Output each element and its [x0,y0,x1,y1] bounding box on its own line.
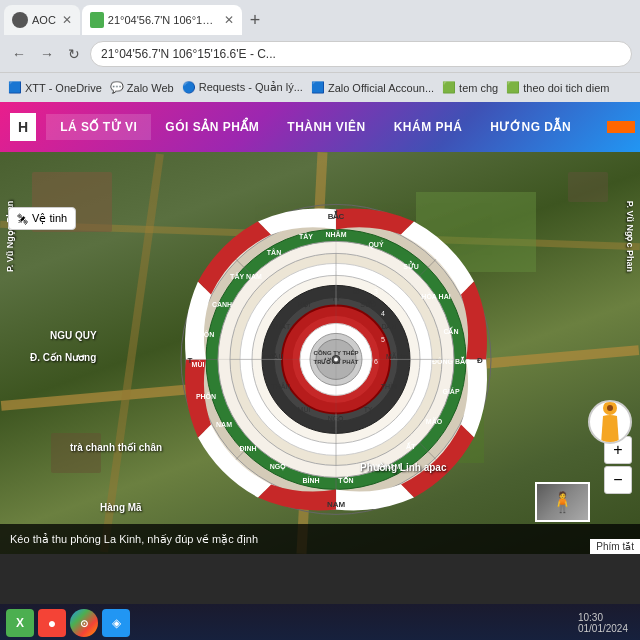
svg-text:360: 360 [331,286,342,292]
browser-chrome: AOC ✕ 21°04'56.7'N 106°15'16.6'E - C... … [0,0,640,102]
tab-close-aoc[interactable]: ✕ [62,13,72,27]
svg-text:NAM: NAM [216,421,232,428]
tab-title-maps: 21°04'56.7'N 106°15'16.6'E - C... [108,14,218,26]
bookmark-zalo-official[interactable]: 🟦 Zalo Official Accoun... [311,81,434,94]
svg-text:NGỌ: NGỌ [270,463,287,471]
bookmark-icon-tem: 🟩 [442,81,456,94]
building-3 [568,172,608,202]
nav-cta[interactable] [607,121,635,133]
svg-text:4: 4 [381,310,385,317]
satellite-toggle-button[interactable]: 🛰 Vệ tinh [8,207,76,230]
svg-text:TÂY: TÂY [299,232,313,240]
back-button[interactable]: ← [8,44,30,64]
map-label-tra-chanh: trà chanh thối chân [70,442,162,453]
taskbar-time: 10:30 01/01/2024 [578,612,628,634]
bookmark-theo-doi[interactable]: 🟩 theo doi tich diem [506,81,609,94]
tab-bar: AOC ✕ 21°04'56.7'N 106°15'16.6'E - C... … [0,0,640,36]
refresh-button[interactable]: ↻ [64,44,84,64]
thumbnail-img: 🧍 [537,484,588,520]
svg-text:ĐINH: ĐINH [239,445,256,452]
svg-text:PHÔN: PHÔN [196,392,216,400]
svg-text:ĐÔNG BẮC: ĐÔNG BẮC [432,356,470,365]
satellite-icon: 🛰 [17,213,28,225]
bookmark-icon-xtt: 🟦 [8,81,22,94]
compass-wheel[interactable]: CÔNG TY THÉP TRƯỜNG PHÁT BẮC NAM Đ T NHÂ… [176,199,496,519]
nav-items: LÁ SỐ TỬ VI GÓI SẢN PHẨM THÀNH VIÊN KHÁM… [46,114,607,140]
svg-text:TỐN: TỐN [338,475,353,484]
svg-text:KHÔN: KHÔN [194,330,215,338]
thumbnail-person-icon: 🧍 [550,490,575,514]
bookmark-label-zalo: Zalo Web [127,82,174,94]
bookmark-label-requests: Requests - Quản lý... [199,81,303,94]
svg-text:MÙI: MÙI [192,360,205,368]
svg-text:CANH: CANH [212,301,232,308]
svg-text:QUÝ: QUÝ [368,240,384,249]
tab-maps[interactable]: 21°04'56.7'N 106°15'16.6'E - C... ✕ [82,5,242,35]
svg-text:20: 20 [353,289,360,295]
svg-text:HÒA HAI: HÒA HAI [421,292,450,300]
taskbar-excel-icon: X [16,616,24,630]
bookmark-requests[interactable]: 🔵 Requests - Quản lý... [182,81,303,94]
tab-title-aoc: AOC [32,14,56,26]
nav-bar: H LÁ SỐ TỬ VI GÓI SẢN PHẨM THÀNH VIÊN KH… [0,102,640,152]
svg-text:MÙI: MÙI [298,405,311,413]
taskbar: X ● ⊙ ◈ 10:30 01/01/2024 [0,604,640,640]
tab-close-maps[interactable]: ✕ [224,13,234,27]
svg-text:ẤT: ẤT [406,441,416,450]
nav-logo: H [10,113,36,141]
phim-tat-button[interactable]: Phím tắt [590,539,640,554]
svg-text:TỴ: TỴ [364,406,373,414]
svg-text:HỢI: HỢI [298,301,311,309]
compass-svg: CÔNG TY THÉP TRƯỜNG PHÁT BẮC NAM Đ T NHÂ… [176,199,496,519]
nav-item-goi-san-pham[interactable]: GÓI SẢN PHẨM [151,114,273,140]
address-text: 21°04'56.7'N 106°15'16.6'E - C... [101,47,276,61]
street-view-button[interactable] [588,400,632,444]
bookmark-icon-zalo: 💬 [110,81,124,94]
svg-point-84 [607,405,613,411]
bookmark-icon-theo: 🟩 [506,81,520,94]
nav-item-kham-pha[interactable]: KHÁM PHÁ [380,114,477,140]
map-label-con-nuong: Đ. Cốn Nương [30,352,96,363]
svg-text:DẦN: DẦN [381,322,396,330]
svg-text:BÍNH: BÍNH [302,476,319,484]
tab-aoc[interactable]: AOC ✕ [4,5,80,35]
svg-text:TUẤT: TUẤT [272,322,291,330]
svg-point-78 [334,357,338,361]
svg-text:CẤN: CẤN [443,326,458,335]
bookmark-tem[interactable]: 🟩 tem chg [442,81,498,94]
bookmark-xtt[interactable]: 🟦 XTT - OneDrive [8,81,102,94]
map-label-ngu-quy: NGU QUY [50,330,97,341]
zoom-controls: + − [604,436,632,494]
map-label-vu-ngoc-phan-right: P. Vũ Ngọc Phan [625,201,635,272]
taskbar-app-blue[interactable]: ◈ [102,609,130,637]
tooltip-text: Kéo thả thu phóng La Kinh, nhấy đúp về m… [10,533,258,546]
svg-text:Đ: Đ [477,356,483,365]
zoom-out-button[interactable]: − [604,466,632,494]
svg-text:2: 2 [357,271,361,278]
street-view-icon [595,400,625,444]
svg-text:180: 180 [331,426,342,432]
svg-text:GIÁP: GIÁP [442,387,459,395]
address-bar-row: ← → ↻ 21°04'56.7'N 106°15'16.6'E - C... [0,36,640,72]
nav-item-thanh-vien[interactable]: THÀNH VIÊN [273,114,379,140]
nav-item-huong-dan[interactable]: HƯỚNG DẪN [476,114,585,140]
info-thumbnail[interactable]: 🧍 [535,482,590,522]
taskbar-app-red[interactable]: ● [38,609,66,637]
taskbar-date-display: 01/01/2024 [578,623,628,634]
new-tab-button[interactable]: + [244,10,267,31]
address-bar[interactable]: 21°04'56.7'N 106°15'16.6'E - C... [90,41,632,67]
bookmark-zalo[interactable]: 💬 Zalo Web [110,81,174,94]
tab-favicon-maps [90,12,104,28]
forward-button[interactable]: → [36,44,58,64]
svg-text:TÂN: TÂN [267,248,281,256]
bookmark-label-zalo-official: Zalo Official Accoun... [328,82,434,94]
taskbar-excel[interactable]: X [6,609,34,637]
page-content: H LÁ SỐ TỬ VI GÓI SẢN PHẨM THÀNH VIÊN KH… [0,102,640,604]
bookmark-label-tem: tem chg [459,82,498,94]
taskbar-chrome[interactable]: ⊙ [70,609,98,637]
svg-text:3: 3 [374,288,378,295]
map-area[interactable]: CÔNG TY THÉP TRƯỜNG PHÁT BẮC NAM Đ T NHÂ… [0,152,640,554]
svg-text:THÌN: THÌN [381,382,397,390]
building-2 [51,433,101,473]
nav-item-la-so[interactable]: LÁ SỐ TỬ VI [46,114,151,140]
